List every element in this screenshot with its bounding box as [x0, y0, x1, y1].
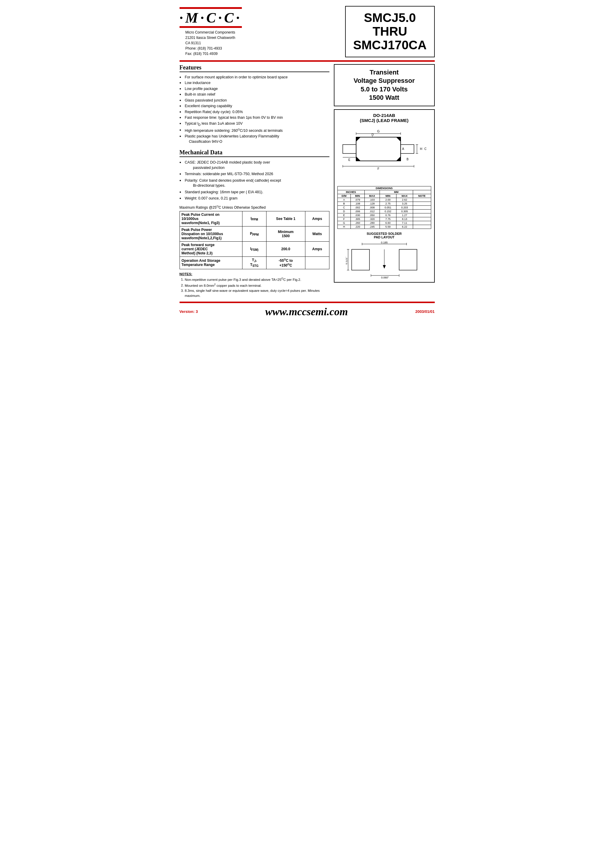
svg-text:A: A — [402, 147, 404, 151]
svg-marker-4 — [396, 137, 401, 141]
table-row: Operation And StorageTemperature Range T… — [180, 256, 329, 269]
list-item: Terminals: solderable per MIL-STD-750, M… — [180, 171, 329, 177]
package-box: DO-214AB (SMCJ) (LEAD FRAME) — [334, 109, 435, 283]
rating-label: Peak Pulse PowerDisspation on 10/1000usw… — [180, 226, 242, 241]
mechanical-data-list: CASE: JEDEC DO-214AB molded plastic body… — [180, 159, 329, 202]
list-item: 8.3ms, single half sine-wave or equivale… — [185, 288, 329, 298]
rating-unit — [305, 256, 329, 269]
table-row: A.079.1032.002.62 — [337, 198, 431, 202]
svg-marker-33 — [383, 265, 386, 269]
table-row: B.108.1282.753.25 — [337, 202, 431, 205]
rating-unit: Amps — [305, 241, 329, 256]
list-item: Mounted on 8.0mm2 copper pads to each te… — [185, 283, 329, 288]
list-item: Weight: 0.007 ounce, 0.21 gram — [180, 195, 329, 202]
list-item: For surface mount application in order t… — [180, 75, 329, 81]
table-row: D.006.0120.1520.305 — [337, 209, 431, 213]
features-list: For surface mount application in order t… — [180, 75, 329, 145]
company-logo: ·M·C·C· — [180, 11, 242, 25]
rating-unit: Amps — [305, 211, 329, 226]
package-title: DO-214AB (SMCJ) (LEAD FRAME) — [337, 113, 431, 123]
ratings-table: Peak Pulse Current on10/1000uswaveform(N… — [180, 211, 329, 269]
notes-list: Non-repetitive current pulse per Fig.3 a… — [185, 277, 329, 298]
left-column: Features For surface mount application i… — [180, 64, 329, 299]
rating-value: Minimum1500 — [266, 226, 305, 241]
list-item: Repetition Rate( duty cycle): 0.05% — [180, 109, 329, 115]
list-item: Excellent clamping capability — [180, 103, 329, 109]
svg-text:G: G — [377, 129, 380, 133]
rating-symbol: IPPM — [242, 211, 267, 226]
footer: Version: 3 www.mccsemi.com 2003/01/01 — [180, 306, 435, 318]
rating-value: -55OC to+150OC — [266, 256, 305, 269]
svg-marker-5 — [356, 157, 361, 161]
footer-top-bar — [180, 301, 435, 303]
svg-text:D: D — [372, 133, 374, 136]
notes-section: NOTES: Non-repetitive current pulse per … — [180, 272, 329, 298]
table-row: E.030.0500.761.27 — [337, 213, 431, 217]
footer-version: Version: 3 — [180, 309, 198, 314]
logo-section: ·M·C·C· Micro Commercial Components 2120… — [180, 6, 242, 56]
table-row: C.002.0080.0510.203 — [337, 205, 431, 209]
rating-symbol: TJ,TSTG — [242, 256, 267, 269]
footer-date: 2003/01/01 — [415, 309, 434, 314]
list-item: Typical ID less than 1uA above 10V — [180, 121, 329, 127]
svg-text:0.121": 0.121" — [346, 257, 348, 264]
right-column: Transient Voltage Suppressor 5.0 to 170 … — [334, 64, 435, 299]
table-row: H.220.2455.596.22 — [337, 225, 431, 228]
description-title: Transient Voltage Suppressor 5.0 to 170 … — [338, 68, 431, 102]
main-content: Features For surface mount application i… — [180, 64, 435, 299]
svg-rect-30 — [352, 249, 369, 270]
table-row: Peak forward surgecurrent (JEDECMethod) … — [180, 241, 329, 256]
max-ratings-text: Maximum Ratings @25OC Unless Otherwise S… — [180, 205, 329, 210]
footer-url: www.mccsemi.com — [198, 306, 416, 318]
list-item: Standard packaging: 16mm tape per ( EIA … — [180, 189, 329, 196]
dimensions-table: DIMENSIONS INCHES MM D/M MIN MAX MIN MAX… — [337, 186, 431, 229]
svg-marker-6 — [396, 157, 401, 161]
rating-label: Operation And StorageTemperature Range — [180, 256, 242, 269]
logo-bottom-bar — [180, 26, 242, 28]
svg-text:0.185: 0.185 — [381, 241, 388, 244]
svg-rect-1 — [343, 144, 356, 154]
list-item: Low inductance — [180, 80, 329, 86]
list-item: Low profile package — [180, 86, 329, 92]
table-row: Peak Pulse Current on10/1000uswaveform(N… — [180, 211, 329, 226]
notes-title: NOTES: — [180, 272, 192, 276]
list-item: Fast response time: typical less than 1p… — [180, 115, 329, 121]
table-row: Peak Pulse PowerDisspation on 10/1000usw… — [180, 226, 329, 241]
rating-value: See Table 1 — [266, 211, 305, 226]
svg-text:E: E — [348, 158, 350, 161]
page-header: ·M·C·C· Micro Commercial Components 2120… — [180, 6, 435, 57]
list-item: Built-in strain relief — [180, 92, 329, 98]
company-info: Micro Commercial Components 21201 Itasca… — [186, 30, 235, 56]
svg-text:C: C — [424, 147, 426, 151]
list-item: Non-repetitive current pulse per Fig.3 a… — [185, 277, 329, 282]
header-divider — [180, 60, 435, 62]
rating-value: 200.0 — [266, 241, 305, 256]
rating-label: Peak Pulse Current on10/1000uswaveform(N… — [180, 211, 242, 226]
rating-unit: Watts — [305, 226, 329, 241]
list-item: CASE: JEDEC DO-214AB molded plastic body… — [180, 159, 329, 171]
svg-text:0.060": 0.060" — [381, 276, 389, 279]
rating-symbol: IFSM) — [242, 241, 267, 256]
solder-pad-title: SUGGESTED SOLDERPAD LAYOUT — [337, 232, 431, 239]
component-diagram: G H D A C E B — [338, 125, 430, 185]
logo-top-bar — [180, 7, 242, 9]
solder-pad-diagram: 0.185 0.121" — [346, 241, 423, 279]
svg-text:B: B — [406, 158, 409, 161]
rating-symbol: PPPM — [242, 226, 267, 241]
svg-marker-3 — [356, 137, 361, 141]
list-item: Glass passivated junction — [180, 98, 329, 104]
svg-text:F: F — [377, 167, 379, 171]
svg-text:H: H — [420, 147, 422, 151]
table-row: G.260.2806.607.11 — [337, 221, 431, 225]
list-item: Polarity: Color band denotes positive en… — [180, 177, 329, 189]
description-box: Transient Voltage Suppressor 5.0 to 170 … — [334, 64, 435, 106]
table-row: F.305.3207.758.13 — [337, 217, 431, 221]
rating-label: Peak forward surgecurrent (JEDECMethod) … — [180, 241, 242, 256]
part-number-box: SMCJ5.0THRUSMCJ170CA — [345, 6, 434, 57]
list-item: Plastic package has Underwrites Laborato… — [180, 134, 329, 144]
svg-rect-31 — [399, 249, 417, 270]
features-header: Features — [180, 64, 329, 72]
list-item: High temperature soldering: 260OC/10 sec… — [180, 127, 329, 134]
svg-rect-0 — [356, 137, 401, 161]
part-number-title: SMCJ5.0THRUSMCJ170CA — [353, 11, 426, 52]
